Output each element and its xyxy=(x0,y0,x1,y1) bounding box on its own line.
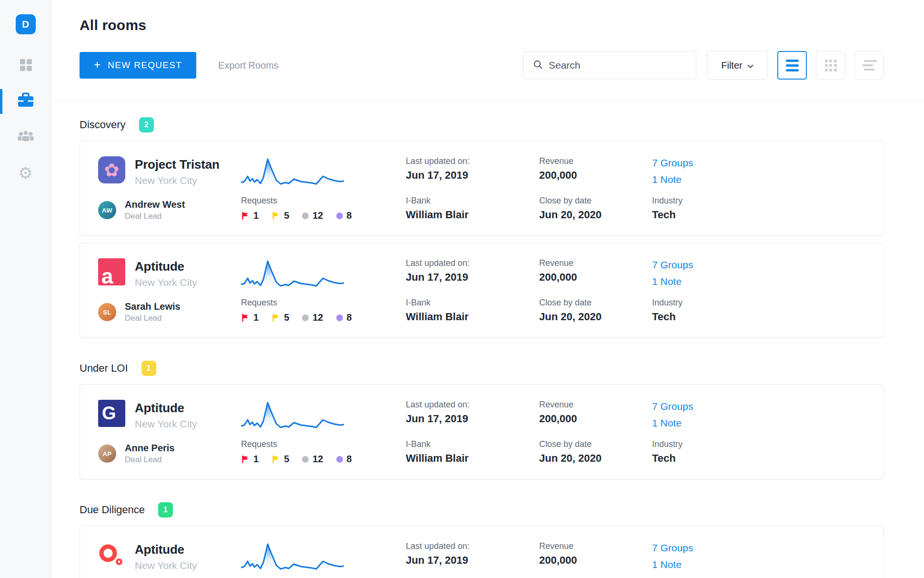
flower-logo-icon: ✿ xyxy=(104,160,120,181)
deal-lead-avatar: AP xyxy=(98,445,116,463)
ibank-value: William Blair xyxy=(406,452,539,465)
export-rooms-link[interactable]: Export Rooms xyxy=(218,60,279,71)
compact-view-icon xyxy=(862,60,877,71)
revenue-value: 200,000 xyxy=(539,169,652,182)
last-updated-value: Jun 17, 2019 xyxy=(406,413,539,425)
deal-lead-role: Deal Lead xyxy=(125,314,181,323)
app-logo[interactable]: D xyxy=(16,14,36,34)
gray-dot-icon xyxy=(302,314,309,321)
industry-value: Tech xyxy=(652,209,866,221)
room-logo: a xyxy=(98,258,125,285)
request-status-counts: 15128 xyxy=(241,312,406,323)
request-status-counts: 15128 xyxy=(241,210,406,221)
groups-link[interactable]: 7 Groups xyxy=(652,542,866,554)
section-header: Due Diligence 1 xyxy=(80,502,884,517)
ibank-value: William Blair xyxy=(406,209,539,221)
dashboard-grid-icon xyxy=(19,58,33,74)
compact-view-button[interactable] xyxy=(854,51,884,80)
purple-dot-count: 8 xyxy=(336,454,352,465)
deal-lead-name: Sarah Lewis xyxy=(125,301,181,312)
revenue-value: 200,000 xyxy=(539,271,652,284)
note-link[interactable]: 1 Note xyxy=(652,417,866,429)
last-updated-label: Last updated on: xyxy=(406,541,539,551)
pipeline-section: Under LOI 1 G Aptitude New York City AP … xyxy=(80,361,884,479)
sidebar-item-settings[interactable]: ⚙ xyxy=(0,162,51,184)
new-request-button[interactable]: + NEW REQUEST xyxy=(80,52,196,79)
gray-dot-icon xyxy=(302,213,309,219)
industry-label: Industry xyxy=(652,196,866,206)
gray-dot-count: 12 xyxy=(302,210,323,221)
room-name: Aptitude xyxy=(135,542,197,557)
requests-label: Requests xyxy=(241,196,406,206)
industry-label: Industry xyxy=(652,298,866,308)
deal-lead-role: Deal Lead xyxy=(125,212,185,221)
room-card[interactable]: ✿ Project Tristan New York City AW Andre… xyxy=(80,141,884,236)
purple-dot-count: 8 xyxy=(336,312,352,323)
purple-dot-icon xyxy=(336,213,343,219)
last-updated-value: Jun 17, 2019 xyxy=(406,271,539,284)
room-city: New York City xyxy=(135,277,197,288)
sidebar-item-people[interactable] xyxy=(0,126,51,149)
gray-dot-count: 12 xyxy=(302,454,323,465)
yellow-flag-count: 5 xyxy=(271,454,289,465)
list-view-button[interactable] xyxy=(777,51,807,80)
room-card[interactable]: Aptitude New York City AP Anne Peris Dea… xyxy=(80,526,884,578)
close-by-date-label: Close by date xyxy=(539,439,652,449)
pipeline-section: Discovery 2 ✿ Project Tristan New York C… xyxy=(80,117,884,338)
flag-icon xyxy=(271,314,280,322)
page-title: All rooms xyxy=(80,17,884,33)
list-view-icon xyxy=(786,60,799,71)
deal-lead-avatar: SL xyxy=(98,303,116,321)
revenue-label: Revenue xyxy=(539,541,652,551)
toolbar: + NEW REQUEST Export Rooms Filter xyxy=(80,51,884,80)
note-link[interactable]: 1 Note xyxy=(652,559,866,570)
room-city: New York City xyxy=(135,418,197,430)
groups-link[interactable]: 7 Groups xyxy=(652,259,866,271)
section-title: Discovery xyxy=(80,119,126,131)
room-card[interactable]: a Aptitude New York City SL Sarah Lewis … xyxy=(80,243,884,338)
gray-dot-count: 12 xyxy=(302,312,323,323)
section-header: Discovery 2 xyxy=(80,117,884,132)
gray-dot-icon xyxy=(302,456,309,463)
groups-link[interactable]: 7 Groups xyxy=(652,157,866,169)
filter-button[interactable]: Filter xyxy=(707,51,768,80)
request-status-counts: 15128 xyxy=(241,454,406,465)
flag-icon xyxy=(271,455,280,464)
section-title: Under LOI xyxy=(80,362,128,375)
section-rooms: ✿ Project Tristan New York City AW Andre… xyxy=(80,141,884,338)
purple-dot-count: 8 xyxy=(336,210,352,221)
note-link[interactable]: 1 Note xyxy=(652,174,866,185)
requests-label: Requests xyxy=(241,439,406,449)
room-logo: G xyxy=(98,400,125,427)
groups-link[interactable]: 7 Groups xyxy=(652,401,866,412)
last-updated-label: Last updated on: xyxy=(406,156,539,166)
chevron-down-icon xyxy=(747,60,753,71)
section-count-badge: 1 xyxy=(141,361,156,376)
red-flag-count: 1 xyxy=(241,312,259,323)
sidebar-item-dashboard[interactable] xyxy=(0,54,51,77)
flag-icon xyxy=(241,212,250,220)
section-rooms: G Aptitude New York City AP Anne Peris D… xyxy=(80,384,884,479)
search-input[interactable] xyxy=(549,60,688,71)
red-flag-count: 1 xyxy=(241,210,259,221)
section-rooms: Aptitude New York City AP Anne Peris Dea… xyxy=(80,526,884,578)
sidebar-item-rooms[interactable] xyxy=(0,90,51,113)
grid-view-button[interactable] xyxy=(816,51,845,80)
revenue-value: 200,000 xyxy=(539,413,652,425)
close-by-date-label: Close by date xyxy=(539,298,652,308)
letter-logo-icon: G xyxy=(102,403,116,424)
room-card[interactable]: G Aptitude New York City AP Anne Peris D… xyxy=(80,384,884,479)
purple-dot-icon xyxy=(336,314,343,321)
industry-label: Industry xyxy=(652,439,866,449)
revenue-label: Revenue xyxy=(539,400,652,410)
note-link[interactable]: 1 Note xyxy=(652,276,866,287)
last-updated-label: Last updated on: xyxy=(406,400,539,410)
ibank-label: I-Bank xyxy=(406,439,539,449)
yellow-flag-count: 5 xyxy=(271,312,289,323)
flag-icon xyxy=(271,212,280,220)
last-updated-value: Jun 17, 2019 xyxy=(406,554,539,567)
room-name: Aptitude xyxy=(135,401,197,416)
ring-logo-icon xyxy=(98,541,125,568)
activity-sparkline-chart xyxy=(241,155,344,185)
close-by-date-value: Jun 20, 2020 xyxy=(539,452,652,465)
